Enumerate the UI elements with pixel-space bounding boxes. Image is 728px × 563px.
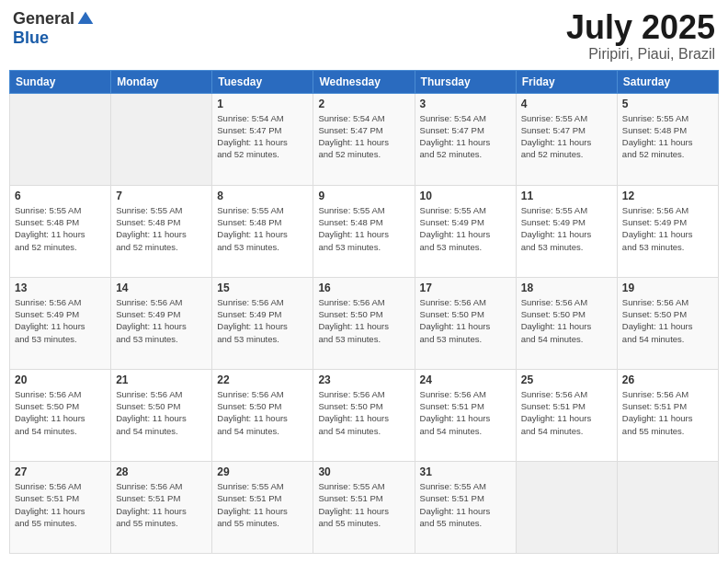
table-row: 12Sunrise: 5:56 AM Sunset: 5:49 PM Dayli… — [617, 185, 718, 277]
table-row — [617, 461, 718, 553]
day-number: 17 — [420, 282, 511, 294]
header: General Blue July 2025 Piripiri, Piaui, … — [9, 9, 719, 63]
day-number: 21 — [116, 373, 207, 386]
table-row: 19Sunrise: 5:56 AM Sunset: 5:50 PM Dayli… — [617, 277, 718, 369]
calendar-week-5: 27Sunrise: 5:56 AM Sunset: 5:51 PM Dayli… — [10, 461, 719, 553]
table-row: 24Sunrise: 5:56 AM Sunset: 5:51 PM Dayli… — [415, 369, 516, 461]
calendar-week-3: 13Sunrise: 5:56 AM Sunset: 5:49 PM Dayli… — [10, 277, 719, 369]
table-row: 25Sunrise: 5:56 AM Sunset: 5:51 PM Dayli… — [516, 369, 617, 461]
day-number: 23 — [318, 373, 409, 386]
day-info: Sunrise: 5:56 AM Sunset: 5:49 PM Dayligh… — [116, 296, 207, 345]
day-info: Sunrise: 5:56 AM Sunset: 5:51 PM Dayligh… — [15, 480, 106, 529]
day-info: Sunrise: 5:56 AM Sunset: 5:50 PM Dayligh… — [318, 388, 409, 437]
day-number: 6 — [15, 190, 106, 202]
location: Piripiri, Piaui, Brazil — [566, 46, 715, 63]
calendar-table: Sunday Monday Tuesday Wednesday Thursday… — [9, 70, 719, 554]
day-number: 4 — [521, 98, 612, 110]
table-row: 14Sunrise: 5:56 AM Sunset: 5:49 PM Dayli… — [111, 277, 212, 369]
table-row: 4Sunrise: 5:55 AM Sunset: 5:47 PM Daylig… — [516, 93, 617, 185]
page: General Blue July 2025 Piripiri, Piaui, … — [0, 0, 728, 563]
day-info: Sunrise: 5:55 AM Sunset: 5:51 PM Dayligh… — [318, 480, 409, 529]
day-number: 9 — [318, 190, 409, 202]
header-thursday: Thursday — [415, 70, 516, 93]
day-info: Sunrise: 5:55 AM Sunset: 5:48 PM Dayligh… — [622, 112, 713, 161]
month-title: July 2025 — [566, 9, 715, 46]
header-wednesday: Wednesday — [313, 70, 415, 93]
calendar-week-4: 20Sunrise: 5:56 AM Sunset: 5:50 PM Dayli… — [10, 369, 719, 461]
day-number: 18 — [521, 282, 612, 294]
day-info: Sunrise: 5:56 AM Sunset: 5:49 PM Dayligh… — [217, 296, 308, 345]
calendar-header-row: Sunday Monday Tuesday Wednesday Thursday… — [10, 70, 719, 93]
day-info: Sunrise: 5:56 AM Sunset: 5:50 PM Dayligh… — [420, 296, 511, 345]
table-row — [111, 93, 212, 185]
table-row: 5Sunrise: 5:55 AM Sunset: 5:48 PM Daylig… — [617, 93, 718, 185]
day-info: Sunrise: 5:55 AM Sunset: 5:51 PM Dayligh… — [420, 480, 511, 529]
table-row: 16Sunrise: 5:56 AM Sunset: 5:50 PM Dayli… — [313, 277, 415, 369]
day-info: Sunrise: 5:56 AM Sunset: 5:51 PM Dayligh… — [521, 388, 612, 437]
day-info: Sunrise: 5:56 AM Sunset: 5:50 PM Dayligh… — [217, 388, 308, 437]
day-number: 7 — [116, 190, 207, 202]
day-number: 25 — [521, 373, 612, 386]
table-row: 22Sunrise: 5:56 AM Sunset: 5:50 PM Dayli… — [212, 369, 313, 461]
table-row: 30Sunrise: 5:55 AM Sunset: 5:51 PM Dayli… — [313, 461, 415, 553]
header-monday: Monday — [111, 70, 212, 93]
table-row: 26Sunrise: 5:56 AM Sunset: 5:51 PM Dayli… — [617, 369, 718, 461]
day-info: Sunrise: 5:56 AM Sunset: 5:51 PM Dayligh… — [622, 388, 713, 437]
day-info: Sunrise: 5:54 AM Sunset: 5:47 PM Dayligh… — [318, 112, 409, 161]
day-number: 1 — [217, 98, 308, 110]
day-number: 10 — [420, 190, 511, 202]
day-info: Sunrise: 5:54 AM Sunset: 5:47 PM Dayligh… — [420, 112, 511, 161]
logo-icon — [76, 10, 95, 29]
day-info: Sunrise: 5:55 AM Sunset: 5:48 PM Dayligh… — [116, 204, 207, 253]
logo: General Blue — [13, 9, 95, 48]
day-number: 22 — [217, 373, 308, 386]
day-number: 16 — [318, 282, 409, 294]
table-row: 10Sunrise: 5:55 AM Sunset: 5:49 PM Dayli… — [415, 185, 516, 277]
day-info: Sunrise: 5:55 AM Sunset: 5:49 PM Dayligh… — [420, 204, 511, 253]
day-number: 24 — [420, 373, 511, 386]
logo-text: General — [13, 9, 95, 29]
table-row: 17Sunrise: 5:56 AM Sunset: 5:50 PM Dayli… — [415, 277, 516, 369]
table-row: 23Sunrise: 5:56 AM Sunset: 5:50 PM Dayli… — [313, 369, 415, 461]
day-number: 14 — [116, 282, 207, 294]
table-row: 21Sunrise: 5:56 AM Sunset: 5:50 PM Dayli… — [111, 369, 212, 461]
day-info: Sunrise: 5:55 AM Sunset: 5:49 PM Dayligh… — [521, 204, 612, 253]
table-row: 27Sunrise: 5:56 AM Sunset: 5:51 PM Dayli… — [10, 461, 111, 553]
day-number: 30 — [318, 465, 409, 478]
day-number: 11 — [521, 190, 612, 202]
day-info: Sunrise: 5:56 AM Sunset: 5:49 PM Dayligh… — [622, 204, 713, 253]
day-info: Sunrise: 5:55 AM Sunset: 5:48 PM Dayligh… — [217, 204, 308, 253]
day-number: 28 — [116, 465, 207, 478]
day-number: 12 — [622, 190, 713, 202]
logo-general-text: General — [13, 9, 74, 29]
table-row: 7Sunrise: 5:55 AM Sunset: 5:48 PM Daylig… — [111, 185, 212, 277]
day-number: 2 — [318, 98, 409, 110]
day-number: 29 — [217, 465, 308, 478]
day-info: Sunrise: 5:55 AM Sunset: 5:51 PM Dayligh… — [217, 480, 308, 529]
table-row: 2Sunrise: 5:54 AM Sunset: 5:47 PM Daylig… — [313, 93, 415, 185]
day-number: 13 — [15, 282, 106, 294]
day-info: Sunrise: 5:55 AM Sunset: 5:47 PM Dayligh… — [521, 112, 612, 161]
calendar-week-2: 6Sunrise: 5:55 AM Sunset: 5:48 PM Daylig… — [10, 185, 719, 277]
day-number: 31 — [420, 465, 511, 478]
table-row: 9Sunrise: 5:55 AM Sunset: 5:48 PM Daylig… — [313, 185, 415, 277]
header-sunday: Sunday — [10, 70, 111, 93]
table-row: 3Sunrise: 5:54 AM Sunset: 5:47 PM Daylig… — [415, 93, 516, 185]
table-row: 6Sunrise: 5:55 AM Sunset: 5:48 PM Daylig… — [10, 185, 111, 277]
table-row: 11Sunrise: 5:55 AM Sunset: 5:49 PM Dayli… — [516, 185, 617, 277]
title-block: July 2025 Piripiri, Piaui, Brazil — [566, 9, 715, 63]
day-number: 3 — [420, 98, 511, 110]
day-info: Sunrise: 5:56 AM Sunset: 5:50 PM Dayligh… — [15, 388, 106, 437]
day-info: Sunrise: 5:56 AM Sunset: 5:50 PM Dayligh… — [521, 296, 612, 345]
table-row: 28Sunrise: 5:56 AM Sunset: 5:51 PM Dayli… — [111, 461, 212, 553]
day-info: Sunrise: 5:56 AM Sunset: 5:50 PM Dayligh… — [318, 296, 409, 345]
day-info: Sunrise: 5:56 AM Sunset: 5:51 PM Dayligh… — [420, 388, 511, 437]
table-row: 13Sunrise: 5:56 AM Sunset: 5:49 PM Dayli… — [10, 277, 111, 369]
header-friday: Friday — [516, 70, 617, 93]
header-saturday: Saturday — [617, 70, 718, 93]
day-number: 27 — [15, 465, 106, 478]
logo-blue-text: Blue — [13, 29, 49, 48]
svg-marker-0 — [78, 11, 94, 23]
table-row: 8Sunrise: 5:55 AM Sunset: 5:48 PM Daylig… — [212, 185, 313, 277]
table-row: 31Sunrise: 5:55 AM Sunset: 5:51 PM Dayli… — [415, 461, 516, 553]
